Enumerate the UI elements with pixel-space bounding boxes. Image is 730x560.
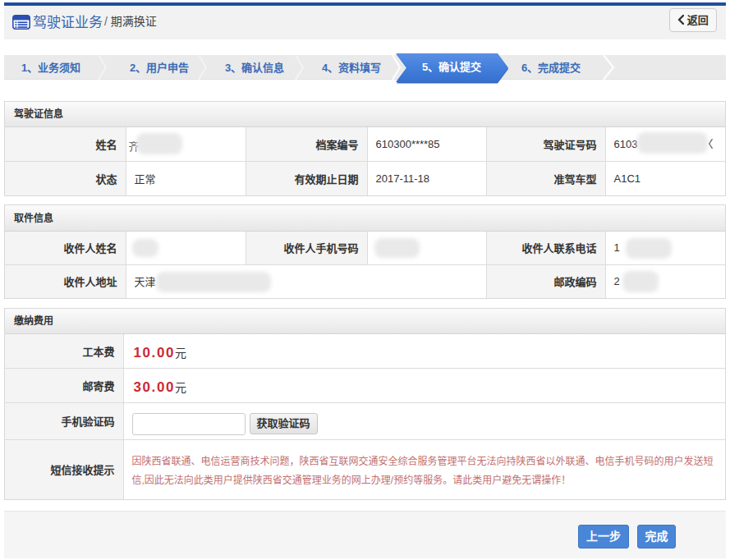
svg-text:5、确认提交: 5、确认提交 bbox=[422, 61, 481, 73]
svg-text:6、完成提交: 6、完成提交 bbox=[521, 62, 581, 74]
svg-text:3、确认信息: 3、确认信息 bbox=[225, 62, 284, 74]
svg-text:2、用户申告: 2、用户申告 bbox=[130, 62, 189, 74]
svg-text:4、资料填写: 4、资料填写 bbox=[322, 62, 381, 74]
svg-text:1、业务须知: 1、业务须知 bbox=[21, 62, 80, 74]
